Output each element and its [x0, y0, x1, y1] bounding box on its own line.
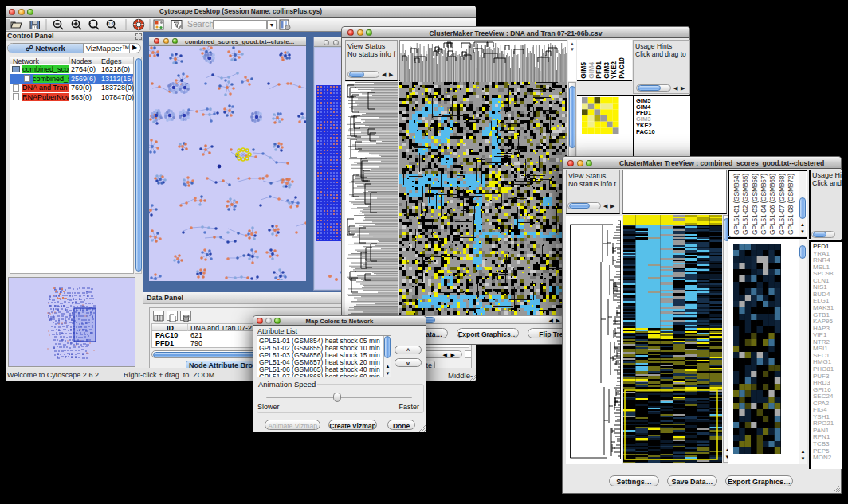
svg-text:1:1: 1:1 [108, 21, 114, 26]
svg-text:Search:: Search: [187, 19, 216, 29]
